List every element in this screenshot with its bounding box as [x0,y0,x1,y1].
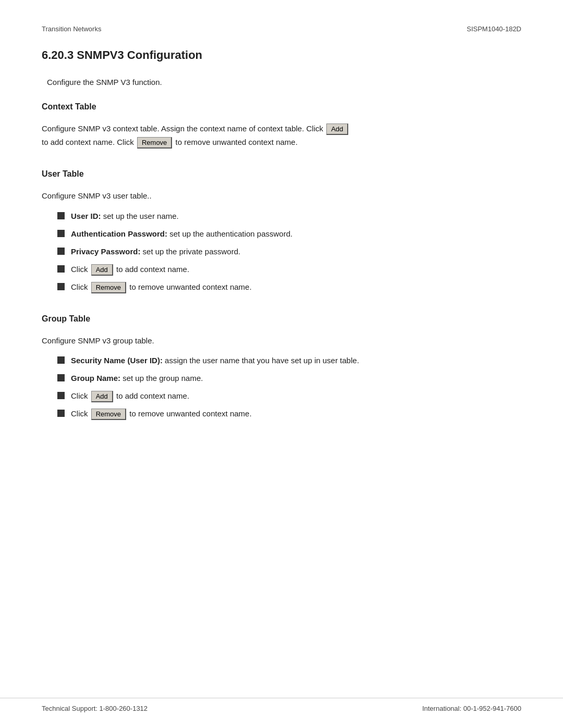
context-add-button[interactable]: Add [326,124,348,135]
context-desc-part3: to remove unwanted context name. [176,138,298,146]
privacy-password-label: Privacy Password: [71,247,140,256]
group-remove-button[interactable]: Remove [91,409,126,420]
bullet-text: Click Add to add context name. [71,263,521,276]
group-table-section: Group Table Configure SNMP v3 group tabl… [42,314,521,421]
bullet-icon [57,392,65,399]
bullet-icon [57,410,65,417]
user-id-label: User ID: [71,212,101,220]
bullet-text: Click Remove to remove unwanted context … [71,281,521,293]
model-number: SISPM1040-182D [467,25,521,33]
footer-support: Technical Support: 1-800-260-1312 [42,705,148,712]
footer-international: International: 00-1-952-941-7600 [422,705,521,712]
user-remove-button[interactable]: Remove [91,282,126,293]
context-remove-button[interactable]: Remove [137,137,172,149]
bullet-text: Click Add to add context name. [71,390,521,402]
main-content: 6.20.3 SNMPV3 Configuration Configure th… [0,43,563,483]
user-add-text: to add context name. [116,265,189,274]
user-add-button[interactable]: Add [91,264,113,276]
context-table-title: Context Table [42,102,521,112]
bullet-text: Security Name (User ID): assign the user… [71,354,521,367]
privacy-password-text: set up the private password. [143,247,241,256]
bullet-text: Group Name: set up the group name. [71,372,521,385]
user-table-description: Configure SNMP v3 user table.. [42,189,521,203]
click-label-user-remove: Click [71,282,90,291]
click-label-group-add: Click [71,391,90,400]
context-table-description: Configure SNMP v3 context table. Assign … [42,122,521,149]
bullet-icon [57,230,65,237]
company-name: Transition Networks [42,25,101,33]
bullet-text: Authentication Password: set up the auth… [71,228,521,240]
list-item: Click Add to add context name. [57,390,521,402]
list-item: Privacy Password: set up the private pas… [57,245,521,258]
group-remove-text: to remove unwanted context name. [129,409,251,418]
bullet-icon [57,265,65,273]
group-add-button[interactable]: Add [91,391,113,402]
context-table-section: Context Table Configure SNMP v3 context … [42,102,521,149]
list-item: Security Name (User ID): assign the user… [57,354,521,367]
header-bar: Transition Networks SISPM1040-182D [0,0,563,43]
list-item: Click Remove to remove unwanted context … [57,281,521,293]
list-item: Click Remove to remove unwanted context … [57,408,521,420]
context-desc-part1: Configure SNMP v3 context table. Assign … [42,124,323,133]
bullet-text: Privacy Password: set up the private pas… [71,245,521,258]
bullet-icon [57,283,65,290]
auth-password-text: set up the authentication password. [169,229,292,238]
list-item: User ID: set up the user name. [57,210,521,223]
page-container: Transition Networks SISPM1040-182D 6.20.… [0,0,563,728]
user-id-text: set up the user name. [103,212,179,220]
context-desc-part2: to add context name. Click [42,138,134,146]
user-table-section: User Table Configure SNMP v3 user table.… [42,169,521,293]
auth-password-label: Authentication Password: [71,229,167,238]
list-item: Group Name: set up the group name. [57,372,521,385]
bullet-text: Click Remove to remove unwanted context … [71,408,521,420]
group-table-description: Configure SNMP v3 group table. [42,334,521,348]
user-table-title: User Table [42,169,521,179]
security-name-label: Security Name (User ID): [71,356,163,365]
list-item: Click Add to add context name. [57,263,521,276]
footer-bar: Technical Support: 1-800-260-1312 Intern… [0,698,563,712]
page-title: 6.20.3 SNMPV3 Configuration [42,48,521,62]
security-name-text: assign the user name that you have set u… [165,356,359,365]
bullet-icon [57,374,65,381]
group-add-text: to add context name. [116,391,189,400]
group-table-bullet-list: Security Name (User ID): assign the user… [57,354,521,420]
click-label-user-add: Click [71,265,90,274]
bullet-text: User ID: set up the user name. [71,210,521,223]
click-label-group-remove: Click [71,409,90,418]
list-item: Authentication Password: set up the auth… [57,228,521,240]
bullet-icon [57,356,65,364]
group-name-label: Group Name: [71,374,120,382]
user-table-bullet-list: User ID: set up the user name. Authentic… [57,210,521,293]
user-remove-text: to remove unwanted context name. [129,282,251,291]
bullet-icon [57,248,65,255]
group-name-text: set up the group name. [123,374,203,382]
group-table-title: Group Table [42,314,521,324]
bullet-icon [57,212,65,219]
intro-text: Configure the SNMP V3 function. [47,78,521,87]
